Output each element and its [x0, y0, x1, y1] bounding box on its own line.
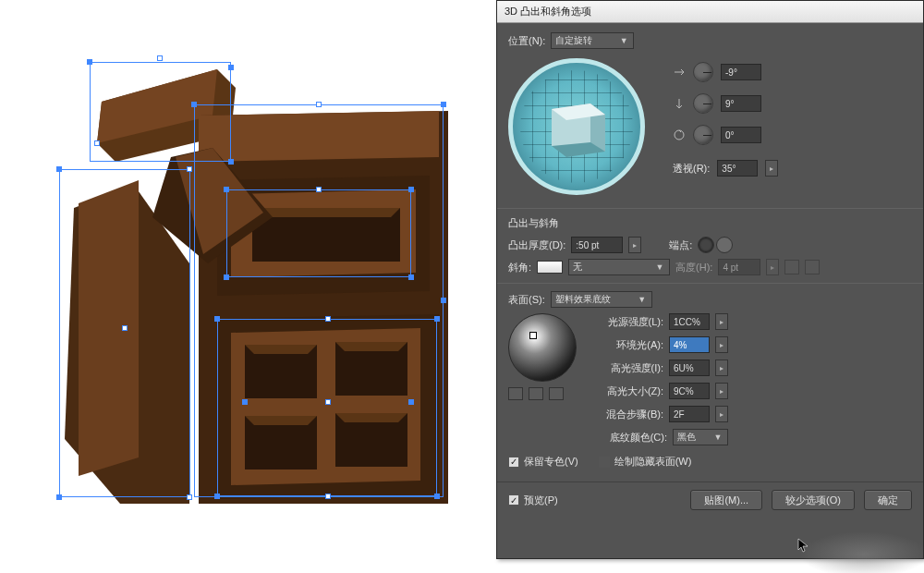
depth-slider-button[interactable]: ▸: [628, 237, 641, 253]
shading-color-label: 底纹颜色(C):: [595, 431, 667, 445]
axis-x-icon: [673, 66, 686, 79]
cap-off-icon[interactable]: [716, 237, 733, 253]
bevel-height-field: 4 pt: [718, 259, 760, 275]
surface-dropdown[interactable]: 塑料效果底纹▼: [551, 291, 652, 308]
dialog-3d-extrude-bevel: 3D 凸出和斜角选项 位置(N): 自定旋转▼: [496, 0, 924, 559]
ambient-slider[interactable]: ▸: [715, 336, 728, 353]
light-intensity-slider[interactable]: ▸: [715, 313, 728, 330]
ok-button[interactable]: 确定: [864, 490, 912, 510]
bevel-out-icon: [805, 260, 820, 274]
draw-hidden-label: 绘制隐藏表面(W): [614, 455, 692, 469]
highlight-size-slider[interactable]: ▸: [715, 383, 728, 399]
highlight-intensity-field[interactable]: 6U%: [669, 360, 710, 376]
light-back-icon[interactable]: [508, 387, 523, 400]
preview-checkbox[interactable]: ✓: [508, 494, 519, 506]
axis-y-icon: [673, 97, 686, 110]
rotation-x-dial[interactable]: [693, 62, 713, 82]
bevel-height-label: 高度(H):: [675, 261, 712, 274]
rotation-z-field[interactable]: 0°: [721, 127, 761, 143]
preserve-spot-checkbox[interactable]: ✓: [508, 457, 519, 468]
light-new-icon[interactable]: [529, 387, 543, 400]
ambient-field[interactable]: 4%: [669, 336, 710, 353]
ambient-label: 环境光(A):: [591, 338, 663, 352]
bbox-tian[interactable]: [217, 319, 437, 496]
light-delete-icon[interactable]: [549, 387, 564, 400]
bevel-preview-icon: [537, 261, 563, 274]
rotation-z-dial[interactable]: [693, 125, 713, 145]
cap-on-icon[interactable]: [698, 237, 714, 253]
extrude-section-title: 凸出与斜角: [508, 216, 912, 230]
rotation-y-dial[interactable]: [693, 93, 713, 114]
blend-steps-label: 混合步骤(B):: [591, 408, 663, 421]
light-point-handle[interactable]: [529, 332, 537, 339]
position-dropdown[interactable]: 自定旋转▼: [551, 32, 634, 49]
artwork-3d-fu[interactable]: [51, 51, 448, 513]
bevel-in-icon: [784, 260, 799, 274]
smudge-artifact: [799, 531, 924, 573]
highlight-size-label: 高光大小(Z):: [591, 384, 663, 398]
bevel-label: 斜角:: [508, 261, 531, 274]
rotation-x-field[interactable]: -9°: [721, 64, 761, 80]
cursor-icon: [797, 538, 808, 553]
map-art-button[interactable]: 贴图(M)...: [690, 490, 762, 510]
light-intensity-label: 光源强度(L):: [591, 315, 663, 329]
draw-hidden-checkbox[interactable]: [599, 457, 610, 468]
depth-label: 凸出厚度(D):: [508, 238, 565, 252]
chevron-down-icon: ▼: [637, 295, 648, 304]
perspective-slider-button[interactable]: ▸: [765, 160, 778, 177]
blend-steps-field[interactable]: 2F: [669, 406, 710, 422]
chevron-down-icon: ▼: [654, 262, 665, 272]
fewer-options-button[interactable]: 较少选项(O): [772, 490, 855, 510]
bevel-dropdown[interactable]: 无▼: [568, 259, 670, 275]
preserve-spot-label: 保留专色(V): [524, 455, 578, 469]
light-intensity-field[interactable]: 1CC%: [669, 313, 710, 330]
bevel-height-slider: ▸: [766, 259, 779, 275]
bbox-left-radical[interactable]: [59, 169, 190, 497]
axis-z-icon: [673, 128, 686, 141]
position-label: 位置(N):: [508, 34, 545, 48]
dialog-title[interactable]: 3D 凸出和斜角选项: [497, 1, 923, 23]
blend-steps-slider[interactable]: ▸: [715, 406, 728, 422]
cap-label: 端点:: [669, 238, 692, 252]
bbox-kou[interactable]: [226, 189, 411, 277]
light-sphere[interactable]: [508, 313, 577, 382]
highlight-intensity-label: 高光强度(I):: [591, 361, 663, 375]
rotation-trackball[interactable]: [508, 58, 645, 195]
cube-preview-icon: [539, 89, 614, 165]
preview-label: 预览(P): [524, 494, 558, 507]
perspective-label: 透视(R):: [673, 162, 710, 176]
chevron-down-icon: ▼: [618, 36, 629, 45]
svg-point-26: [675, 130, 684, 140]
rotation-y-field[interactable]: 9°: [721, 95, 761, 112]
highlight-size-field[interactable]: 9C%: [669, 383, 710, 399]
depth-field[interactable]: :50 pt: [571, 237, 623, 253]
chevron-down-icon: ▼: [712, 433, 723, 442]
surface-label: 表面(S):: [508, 293, 545, 307]
artwork-canvas[interactable]: [0, 0, 494, 573]
shading-color-dropdown[interactable]: 黑色▼: [673, 429, 728, 445]
highlight-intensity-slider[interactable]: ▸: [715, 360, 728, 376]
perspective-field[interactable]: 35°: [717, 160, 758, 177]
